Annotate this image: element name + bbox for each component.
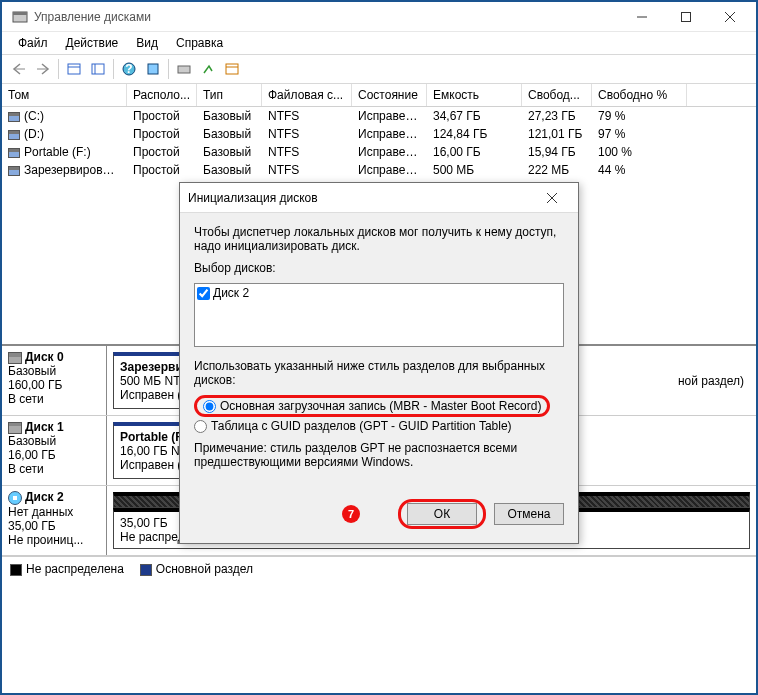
col-freepct[interactable]: Свободно % [592,84,687,106]
col-status[interactable]: Состояние [352,84,427,106]
legend-primary: Основной раздел [156,562,253,576]
col-volume[interactable]: Том [2,84,127,106]
radio-mbr-label: Основная загрузочная запись (MBR - Maste… [220,399,541,413]
init-disk-dialog: Инициализация дисков Чтобы диспетчер лок… [179,182,579,544]
swatch-primary [140,564,152,576]
callout-badge: 7 [342,505,360,523]
table-row[interactable]: (C:) ПростойБазовый NTFSИсправен... 34,6… [2,107,756,125]
volume-icon [8,166,20,176]
col-layout[interactable]: Располо... [127,84,197,106]
cancel-button[interactable]: Отмена [494,503,564,525]
volume-icon [8,148,20,158]
table-row[interactable]: (D:) ПростойБазовый NTFSИсправен... 124,… [2,125,756,143]
disk-check-item[interactable]: Диск 2 [197,286,561,300]
svg-rect-16 [226,64,238,74]
menu-view[interactable]: Вид [128,34,166,52]
col-type[interactable]: Тип [197,84,262,106]
toolbar: ? [2,54,756,84]
menu-help[interactable]: Справка [168,34,231,52]
svg-rect-3 [682,12,691,21]
svg-rect-10 [92,64,104,74]
dialog-note: Примечание: стиль разделов GPT не распоз… [194,441,564,469]
col-free[interactable]: Свобод... [522,84,592,106]
radio-gpt-input[interactable] [194,420,207,433]
volume-icon [8,112,20,122]
table-row[interactable]: Portable (F:) ПростойБазовый NTFSИсправе… [2,143,756,161]
dialog-title: Инициализация дисков [188,191,534,205]
disk2-checkbox[interactable] [197,287,210,300]
disk-info: Диск 1Базовый16,00 ГБВ сети [2,416,107,485]
help-icon[interactable]: ? [118,58,140,80]
volume-table-header: Том Располо... Тип Файловая с... Состоян… [2,84,756,107]
action1-icon[interactable] [173,58,195,80]
titlebar: Управление дисками [2,2,756,32]
disk-listbox[interactable]: Диск 2 [194,283,564,347]
close-button[interactable] [708,3,752,31]
menu-action[interactable]: Действие [58,34,127,52]
radio-mbr-input[interactable] [203,400,216,413]
radio-gpt-label: Таблица с GUID разделов (GPT - GUID Part… [211,419,512,433]
view2-icon[interactable] [87,58,109,80]
radio-gpt[interactable]: Таблица с GUID разделов (GPT - GUID Part… [194,419,512,433]
svg-rect-1 [13,12,27,15]
ok-button[interactable]: ОК [407,503,477,525]
disk-info: Диск 2Нет данных35,00 ГБНе проиниц... [2,486,107,555]
radio-mbr[interactable]: Основная загрузочная запись (MBR - Maste… [203,399,541,413]
forward-icon[interactable] [32,58,54,80]
disk-info: Диск 0Базовый160,00 ГБВ сети [2,346,107,415]
svg-text:?: ? [125,62,132,76]
swatch-unalloc [10,564,22,576]
disk-icon [8,352,22,364]
dialog-close-button[interactable] [534,185,570,211]
svg-rect-8 [68,64,80,74]
menubar: Файл Действие Вид Справка [2,32,756,54]
menu-file[interactable]: Файл [10,34,56,52]
disk2-label: Диск 2 [213,286,249,300]
disk-icon [8,422,22,434]
svg-rect-15 [178,66,190,73]
action2-icon[interactable] [197,58,219,80]
volume-icon [8,130,20,140]
maximize-button[interactable] [664,3,708,31]
volume-table-body: (C:) ПростойБазовый NTFSИсправен... 34,6… [2,107,756,179]
cd-icon [8,491,22,505]
col-fs[interactable]: Файловая с... [262,84,352,106]
legend: Не распределена Основной раздел [2,556,756,581]
refresh-icon[interactable] [142,58,164,80]
app-icon [12,9,28,25]
highlight-mbr: Основная загрузочная запись (MBR - Maste… [194,395,550,417]
view1-icon[interactable] [63,58,85,80]
action3-icon[interactable] [221,58,243,80]
dialog-choose-label: Выбор дисков: [194,261,564,275]
table-row[interactable]: Зарезервировано... ПростойБазовый NTFSИс… [2,161,756,179]
window-title: Управление дисками [34,10,620,24]
col-capacity[interactable]: Емкость [427,84,522,106]
minimize-button[interactable] [620,3,664,31]
legend-unalloc: Не распределена [26,562,124,576]
highlight-ok: ОК [398,499,486,529]
dialog-intro: Чтобы диспетчер локальных дисков мог пол… [194,225,564,253]
partition-style-label: Использовать указанный ниже стиль раздел… [194,359,564,387]
back-icon[interactable] [8,58,30,80]
svg-rect-14 [148,64,158,74]
